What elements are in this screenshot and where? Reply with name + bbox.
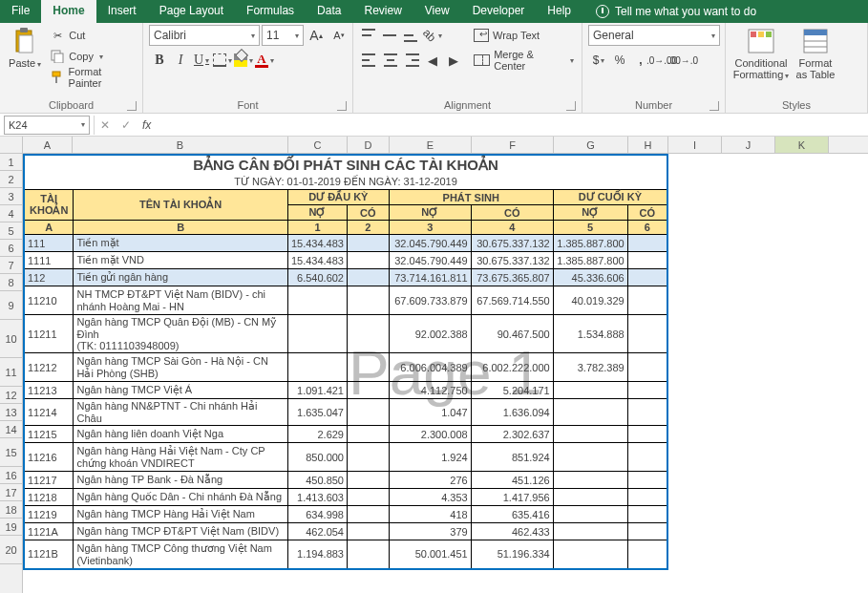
hdr-account[interactable]: TÀI KHOẢN — [24, 190, 74, 221]
cell-open-dr[interactable]: 1.091.421 — [287, 382, 347, 399]
row-header-6[interactable]: 6 — [0, 240, 22, 257]
row-header-8[interactable]: 8 — [0, 274, 22, 291]
cell-name[interactable]: Ngân hàng TMCP Việt Á — [74, 382, 287, 399]
font-name-combo[interactable]: Calibri▾ — [149, 25, 260, 46]
cell-acc[interactable]: 11213 — [24, 382, 74, 399]
cell-close-cr[interactable] — [627, 523, 667, 540]
cell-txn-cr[interactable]: 451.126 — [471, 472, 553, 489]
cell-txn-cr[interactable]: 30.675.337.132 — [471, 252, 553, 269]
cell-open-dr[interactable]: 2.629 — [287, 426, 347, 443]
cell-name[interactable]: Ngân hàng Hàng Hải Việt Nam - Cty CP chứ… — [74, 443, 287, 472]
cell-open-dr[interactable]: 850.000 — [287, 443, 347, 472]
cell-name[interactable]: Ngân hàng TMCP Quân Đội (MB) - CN Mỹ Đìn… — [74, 315, 287, 353]
row-header-16[interactable]: 16 — [0, 467, 22, 484]
row-header-5[interactable]: 5 — [0, 222, 22, 240]
cell-txn-cr[interactable]: 73.675.365.807 — [471, 269, 553, 286]
cell-txn-cr[interactable]: 30.675.337.132 — [471, 235, 553, 252]
font-launcher[interactable] — [337, 101, 347, 111]
tab-formulas[interactable]: Formulas — [235, 0, 306, 23]
cell-txn-dr[interactable]: 73.714.161.811 — [389, 269, 471, 286]
cell-acc[interactable]: 11210 — [24, 286, 74, 315]
cell-txn-cr[interactable]: 5.204.171 — [471, 382, 553, 399]
hdr-num-n1[interactable]: 1 — [287, 221, 347, 235]
cell-open-cr[interactable] — [347, 353, 389, 382]
cell-open-cr[interactable] — [347, 472, 389, 489]
shrink-font-button[interactable]: A▾ — [328, 25, 349, 46]
row-header-9[interactable]: 9 — [0, 291, 22, 320]
cell-txn-cr[interactable]: 51.196.334 — [471, 540, 553, 569]
row-header-17[interactable]: 17 — [0, 484, 22, 501]
hdr-open-cr[interactable]: CÓ — [347, 205, 389, 221]
cell-txn-dr[interactable]: 67.609.733.879 — [389, 286, 471, 315]
orientation-button[interactable]: ab▾ — [422, 25, 443, 46]
number-launcher[interactable] — [709, 101, 719, 111]
cell-open-dr[interactable] — [287, 286, 347, 315]
row-header-4[interactable]: 4 — [0, 205, 22, 222]
cell-open-dr[interactable] — [287, 315, 347, 353]
cell-txn-cr[interactable]: 851.924 — [471, 443, 553, 472]
row-header-11[interactable]: 11 — [0, 358, 22, 387]
wrap-text-button[interactable]: Wrap Text — [472, 25, 576, 46]
cell-open-dr[interactable]: 6.540.602 — [287, 269, 347, 286]
tab-file[interactable]: File — [0, 0, 41, 23]
cell-txn-cr[interactable]: 67.569.714.550 — [471, 286, 553, 315]
hdr-close-cr[interactable]: CÓ — [627, 205, 667, 221]
tab-developer[interactable]: Developer — [461, 0, 537, 23]
hdr-num-n5[interactable]: 5 — [553, 221, 627, 235]
cell-close-cr[interactable] — [627, 540, 667, 569]
row-header-14[interactable]: 14 — [0, 421, 22, 438]
cell-acc[interactable]: 1111 — [24, 252, 74, 269]
cell-close-cr[interactable] — [627, 286, 667, 315]
cell-open-cr[interactable] — [347, 252, 389, 269]
cell-close-dr[interactable] — [553, 523, 627, 540]
cell-acc[interactable]: 11219 — [24, 506, 74, 523]
row-header-15[interactable]: 15 — [0, 438, 22, 467]
cell-txn-cr[interactable]: 462.433 — [471, 523, 553, 540]
cell-acc[interactable]: 11212 — [24, 353, 74, 382]
cell-close-dr[interactable] — [553, 426, 627, 443]
fill-color-button[interactable]: ▾ — [233, 50, 254, 71]
cell-acc[interactable]: 11217 — [24, 472, 74, 489]
row-header-7[interactable]: 7 — [0, 257, 22, 274]
cell-open-dr[interactable]: 450.850 — [287, 472, 347, 489]
align-top-button[interactable] — [359, 25, 380, 46]
cell-close-cr[interactable] — [627, 235, 667, 252]
cell-acc[interactable]: 11216 — [24, 443, 74, 472]
row-header-12[interactable]: 12 — [0, 387, 22, 404]
report-subtitle[interactable]: TỪ NGÀY: 01-01-2019 ĐẾN NGÀY: 31-12-2019 — [24, 175, 667, 190]
cell-open-dr[interactable]: 1.413.603 — [287, 489, 347, 506]
cell-name[interactable]: Tiền mặt VND — [74, 252, 287, 269]
hdr-open-dr[interactable]: NỢ — [287, 205, 347, 221]
cell-name[interactable]: Ngân hàng NN&PTNT - Chi nhánh Hải Châu — [74, 399, 287, 426]
cell-open-cr[interactable] — [347, 540, 389, 569]
col-header-J[interactable]: J — [722, 137, 775, 153]
cell-txn-dr[interactable]: 32.045.790.449 — [389, 252, 471, 269]
col-header-H[interactable]: H — [628, 137, 668, 153]
cell-txn-dr[interactable]: 379 — [389, 523, 471, 540]
hdr-opening[interactable]: DƯ ĐẦU KỲ — [287, 190, 389, 205]
col-header-I[interactable]: I — [668, 137, 722, 153]
cell-open-dr[interactable]: 15.434.483 — [287, 252, 347, 269]
cell-open-cr[interactable] — [347, 523, 389, 540]
cell-close-cr[interactable] — [627, 506, 667, 523]
hdr-num-n2[interactable]: 2 — [347, 221, 389, 235]
row-header-13[interactable]: 13 — [0, 404, 22, 421]
tab-data[interactable]: Data — [306, 0, 352, 23]
cell-close-cr[interactable] — [627, 315, 667, 353]
grow-font-button[interactable]: A▴ — [306, 25, 327, 46]
cell-close-dr[interactable] — [553, 489, 627, 506]
cell-close-cr[interactable] — [627, 252, 667, 269]
cell-open-cr[interactable] — [347, 443, 389, 472]
cell-txn-dr[interactable]: 1.047 — [389, 399, 471, 426]
cell-close-dr[interactable]: 45.336.606 — [553, 269, 627, 286]
cell-close-dr[interactable]: 40.019.329 — [553, 286, 627, 315]
hdr-num-n6[interactable]: 6 — [627, 221, 667, 235]
cell-name[interactable]: Tiền mặt — [74, 235, 287, 252]
percent-button[interactable]: % — [609, 50, 630, 71]
cell-name[interactable]: Ngân hàng TMCP ĐT&PT Việt Nam (BIDV) — [74, 523, 287, 540]
col-header-E[interactable]: E — [390, 137, 472, 153]
col-header-K[interactable]: K — [775, 137, 829, 153]
cell-open-dr[interactable]: 1.635.047 — [287, 399, 347, 426]
merge-center-button[interactable]: Merge & Center▾ — [472, 50, 576, 71]
cell-txn-dr[interactable]: 50.001.451 — [389, 540, 471, 569]
